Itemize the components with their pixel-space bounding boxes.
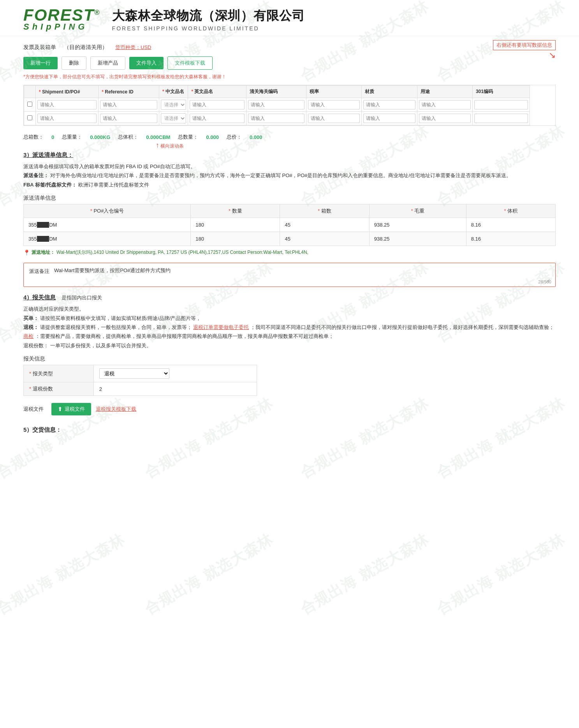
section3-heading: 3）派送清单信息：: [23, 151, 556, 159]
row1-checkbox[interactable]: [27, 102, 32, 107]
total-price-val: 0.000: [250, 134, 262, 140]
col-cn-name: 中文品名: [159, 86, 188, 98]
file-row: 退税文件 ⬆ 退税文件 退税报关模板下载: [23, 400, 556, 419]
row2-ref[interactable]: [100, 114, 157, 123]
company-info: 大森林全球物流（深圳）有限公司 FOREST SHIPPING WORLDWID…: [112, 7, 305, 32]
customs-type-select-wrapper: 退税 买单 一般贸易: [99, 368, 251, 379]
upload-icon: ⬆: [58, 406, 63, 413]
row1-cn-name[interactable]: 请选择: [161, 100, 187, 110]
row2-cn-name[interactable]: 请选择: [161, 113, 187, 123]
section4-sub: 是指国内出口报关: [62, 295, 102, 301]
dispatch-table: PO#入仓编号 数量 箱数 毛重 体积 355■■■■DM 180 45 938…: [23, 204, 556, 246]
total-qty-label: 总数量：: [178, 134, 198, 141]
download-template-button[interactable]: 文件模板下载: [167, 56, 213, 70]
upload-button[interactable]: ⬆ 退税文件: [51, 403, 91, 415]
table-row: 请选择: [24, 98, 530, 112]
total-qty-val: 0.000: [206, 134, 219, 140]
tax-copies-text: 一单可以多份报关，以及多单可以合并报关。: [50, 343, 151, 348]
total-boxes-label: 总箱数：: [23, 134, 44, 141]
customs-text: ：需要报检产品，需要做商检，提供商检单，报关单商品申报顺序需同商检单的商品顺序一…: [35, 333, 334, 339]
dcol-volume: 体积: [466, 204, 555, 218]
pin-icon: 📍: [23, 250, 30, 256]
tax-copies-label: 退税份数：: [23, 343, 49, 348]
tax-refund-link[interactable]: 退税订单需要做电子委托: [193, 324, 249, 330]
address-label: 派送地址：: [32, 249, 55, 256]
summary-bar: 总箱数： 0 总重量： 0.000KG 总体积： 0.000CBM 总数量： 0…: [23, 130, 556, 144]
dispatch-row-1: 355■■■■DM 180 45 938.25 8.16: [24, 218, 556, 232]
dispatch-note2-text: 欧洲订单需要上传托盘标签文件: [78, 182, 149, 188]
address-text: Wal-Mart(沃尔玛),1410 United Dr Shippensbur…: [56, 249, 308, 256]
col-checkbox: [24, 86, 36, 98]
row1-material[interactable]: [363, 100, 415, 109]
row2-hs-code[interactable]: [248, 114, 304, 123]
logo-shipping: ShIpPING: [23, 22, 88, 32]
remark-textarea[interactable]: Wal-Mart需要预约派送，按照PO#通过邮件方式预约: [54, 267, 550, 283]
drow1-weight: 938.25: [369, 218, 466, 232]
import-file-button[interactable]: 文件导入: [129, 57, 164, 69]
customs-copies-label: 退税份数: [33, 386, 53, 392]
row1-code301[interactable]: [474, 100, 528, 109]
dcol-qty: 数量: [191, 204, 280, 218]
buyer-text: 请按照买单资料模板中文填写，请如实填写材质/用途/品牌/产品图片等，: [40, 315, 201, 321]
scroll-arrow: ↑: [156, 141, 159, 149]
tax-refund-text2: ；我司不同渠道不同港口是委托不同的报关行做出口申报，请对报关行提前做好电子委托，…: [250, 324, 554, 330]
form-title-row: 发票及装箱单 （目的港清关用） 货币种类：USD 右侧还有要填写数据信息 ↘: [23, 44, 556, 51]
col-tax: 税率: [306, 86, 361, 98]
customs-copies-val: 2: [99, 386, 102, 392]
row2-po[interactable]: [37, 114, 97, 123]
row2-tax[interactable]: [308, 114, 360, 123]
customs-row-type: * 报关类型 退税 买单 一般贸易: [24, 365, 257, 382]
row2-material[interactable]: [363, 114, 415, 123]
customs-link[interactable]: 商检: [23, 333, 33, 339]
total-weight-val: 0.000KG: [90, 134, 110, 140]
row1-po[interactable]: [37, 100, 97, 109]
row2-code301[interactable]: [474, 114, 528, 123]
row1-en-name[interactable]: [190, 100, 245, 109]
customs-row-copies: * 退税份数 2: [24, 382, 257, 396]
col-code301: 301编码: [472, 86, 530, 98]
add-product-button[interactable]: 新增产品: [90, 56, 125, 70]
dcol-po: PO#入仓编号: [24, 204, 191, 218]
logo-area: FOREST® ShIpPING: [23, 7, 100, 32]
row2-checkbox[interactable]: [27, 115, 32, 120]
row2-en-name[interactable]: [190, 114, 245, 123]
total-boxes-val: 0: [51, 134, 54, 140]
drow2-qty: 180: [191, 232, 280, 246]
section4-heading: 4）报关信息 是指国内出口报关: [23, 294, 556, 301]
dispatch-note1-label: 派送备注：: [23, 172, 49, 178]
drow2-boxes: 45: [280, 232, 369, 246]
row2-usage[interactable]: [419, 114, 471, 123]
right-note-area: 右侧还有要填写数据信息 ↘: [493, 40, 556, 60]
table-row: 请选择: [24, 112, 530, 125]
delete-button[interactable]: 删除: [62, 56, 86, 70]
section5-heading: 5）交货信息：: [23, 426, 556, 434]
buyer-label: 买单：: [23, 315, 39, 321]
invoice-table-wrapper[interactable]: Shipment ID/PO# Reference ID 中文品名 英文品名 清…: [23, 85, 556, 126]
row1-tax[interactable]: [308, 100, 360, 109]
dcol-boxes: 箱数: [280, 204, 369, 218]
customs-type-label: 报关类型: [33, 371, 53, 376]
total-weight-label: 总重量：: [62, 134, 82, 141]
add-row-button[interactable]: 新增一行: [23, 57, 58, 69]
remark-label: 派送备注: [29, 267, 49, 275]
dispatch-table-title: 派送清单信息: [23, 195, 556, 202]
file-label: 退税文件: [23, 406, 47, 413]
total-volume-label: 总体积：: [118, 134, 138, 141]
warning-text: *方便您快速下单，部分信息可先不填写，出货时请完整填写资料模板发给您的大森林客服…: [23, 74, 556, 80]
drow1-volume: 8.16: [466, 218, 555, 232]
row1-ref[interactable]: [100, 100, 157, 109]
currency-label: 货币种类：USD: [115, 44, 151, 51]
drow2-weight: 938.25: [369, 232, 466, 246]
main-content: 发票及装箱单 （目的港清关用） 货币种类：USD 右侧还有要填写数据信息 ↘ 新…: [0, 36, 579, 441]
col-hs-code: 清关海关编码: [246, 86, 306, 98]
dispatch-note2-label: FBA 标签/托盘标文件：: [23, 182, 77, 188]
row1-usage[interactable]: [419, 100, 471, 109]
scroll-hint: ↑ 横向滚动条: [156, 141, 184, 149]
drow1-po: 355■■■■DM: [24, 218, 191, 232]
row1-hs-code[interactable]: [248, 100, 304, 109]
address-row: 📍 派送地址： Wal-Mart(沃尔玛),1410 United Dr Shi…: [23, 246, 556, 259]
customs-type-select[interactable]: 退税 买单 一般贸易: [99, 368, 169, 379]
form-sublabel: （目的港清关用）: [64, 44, 107, 51]
drow1-boxes: 45: [280, 218, 369, 232]
download-customs-template-button[interactable]: 退税报关模板下载: [96, 406, 136, 413]
